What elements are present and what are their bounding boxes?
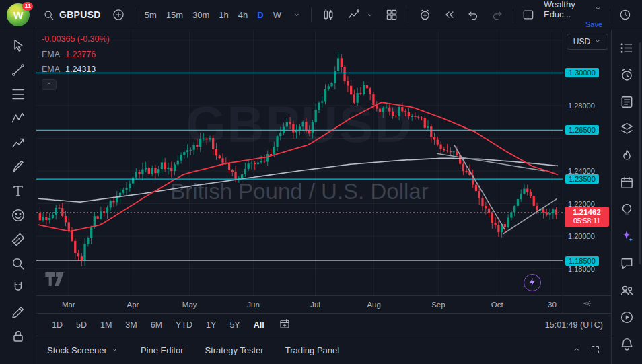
range-1d-button[interactable]: 1D — [46, 318, 69, 332]
tab-trading-panel[interactable]: Trading Panel — [285, 341, 339, 359]
time-label-Sep: Sep — [431, 301, 445, 309]
range-5d-button[interactable]: 5D — [70, 318, 93, 332]
tool-fib-retracement-button[interactable] — [5, 84, 31, 106]
sidebar-hotlists-button[interactable] — [616, 146, 638, 168]
tab-stock-screener[interactable]: Stock Screener — [47, 341, 119, 360]
ema-legend-row[interactable]: EMA 1.24313 — [42, 65, 110, 74]
sidebar-news-button[interactable] — [616, 92, 638, 114]
timeframe-D[interactable]: D — [252, 5, 268, 25]
layout-grid-button[interactable] — [380, 5, 403, 25]
sidebar-object-tree-button[interactable] — [616, 119, 638, 141]
tool-patterns-button[interactable] — [5, 108, 31, 131]
tab-pine-editor[interactable]: Pine Editor — [141, 341, 184, 359]
tradingview-logo[interactable] — [44, 272, 65, 289]
redo-button[interactable] — [486, 5, 508, 25]
currency-dropdown[interactable]: USD — [567, 34, 608, 50]
collapse-panel-button[interactable] — [567, 341, 586, 359]
sidebar-community-button[interactable] — [616, 281, 638, 302]
drawing-toolbar — [0, 30, 36, 364]
timeframe-W[interactable]: W — [269, 5, 286, 25]
tool-brush-button[interactable] — [5, 157, 31, 179]
sidebar-notifications-button[interactable] — [616, 334, 638, 356]
object-tree-icon — [619, 121, 635, 139]
price-tick-label: 1.18000 — [568, 265, 595, 273]
tool-zoom-button[interactable] — [5, 254, 31, 276]
ema-legend-row[interactable]: EMA 1.23776 — [42, 50, 110, 59]
tool-draw-button[interactable] — [5, 302, 31, 324]
timeframe-5m[interactable]: 5m — [140, 5, 162, 25]
tool-text-button[interactable] — [5, 181, 31, 203]
chart-plot[interactable]: GBPUSD British Pound / U.S. Dollar -0.00… — [36, 30, 563, 295]
range-5y-button[interactable]: 5Y — [223, 318, 246, 332]
redo-icon — [491, 9, 503, 22]
utc-clock[interactable]: 15:01:49 (UTC) — [545, 320, 603, 330]
sidebar-calendar-button[interactable] — [616, 173, 638, 194]
clock-icon — [618, 8, 632, 22]
lock-icon — [10, 328, 26, 347]
sidebar-chat-button[interactable] — [616, 254, 638, 275]
go-to-date-button[interactable] — [276, 315, 293, 334]
price-tick-label: 1.20000 — [568, 232, 595, 240]
range-1y-button[interactable]: 1Y — [200, 318, 222, 332]
price-scale[interactable]: USD 1.300001.280001.265001.240001.235001… — [563, 30, 611, 295]
scrollbar[interactable] — [639, 42, 641, 264]
maximize-panel-button[interactable] — [586, 342, 604, 359]
sidebar-streams-button[interactable] — [616, 307, 638, 329]
toolbar-divider — [135, 7, 135, 22]
candlestick-chart[interactable] — [36, 30, 563, 295]
tool-emoji-button[interactable] — [5, 205, 31, 227]
news-icon — [619, 94, 635, 112]
timeframe-menu-button[interactable] — [287, 5, 306, 25]
chart-style-button[interactable] — [316, 5, 341, 25]
chevron-down-icon — [594, 4, 602, 15]
chat-icon — [619, 256, 635, 273]
range-ytd-button[interactable]: YTD — [170, 318, 199, 332]
save-button[interactable]: Save — [585, 20, 602, 28]
current-price: 1.21462 — [565, 208, 609, 216]
tool-trend-line-button[interactable] — [5, 60, 31, 82]
right-sidebar — [611, 30, 642, 364]
add-symbol-button[interactable] — [107, 5, 130, 25]
top-toolbar: W 11 GBPUSD 5m15m30m1h4hDW Wealthy Educ.… — [0, 0, 642, 30]
community-icon — [619, 283, 635, 300]
indicator-value: 1.24313 — [65, 65, 96, 74]
layout-name-block[interactable]: Wealthy Educ... Save — [540, 0, 606, 31]
toolbar-divider — [311, 7, 312, 22]
grid-layout-icon — [385, 8, 398, 22]
range-3m-button[interactable]: 3M — [119, 318, 143, 332]
tool-forecast-button[interactable] — [5, 133, 31, 155]
alert-button[interactable] — [413, 5, 437, 25]
timeframe-15m[interactable]: 15m — [162, 5, 188, 25]
time-label-Oct: Oct — [491, 301, 503, 309]
indicators-button[interactable] — [342, 5, 379, 25]
sidebar-watchlist-button[interactable] — [616, 38, 638, 60]
sidebar-alerts-button[interactable] — [616, 65, 638, 87]
symbol-search-button[interactable]: GBPUSD — [38, 5, 106, 25]
tool-magnet-button[interactable] — [5, 278, 31, 300]
sidebar-ai-assistant-button[interactable] — [616, 227, 638, 248]
timeframe-1h[interactable]: 1h — [214, 5, 233, 25]
range-1m-button[interactable]: 1M — [94, 318, 118, 332]
range-all-button[interactable]: All — [248, 318, 271, 332]
sidebar-ideas-button[interactable] — [616, 200, 638, 221]
session-clock-button[interactable] — [614, 5, 637, 25]
replay-button[interactable] — [438, 5, 461, 25]
tab-strategy-tester[interactable]: Strategy Tester — [205, 341, 263, 359]
chart-body: GBPUSD British Pound / U.S. Dollar -0.00… — [36, 30, 611, 295]
chevron-down-icon — [365, 11, 374, 20]
scale-settings-corner[interactable] — [563, 296, 611, 313]
time-axis[interactable]: MarAprMayJunJulAugSepOct30 — [36, 295, 611, 313]
tool-cursor-button[interactable] — [5, 36, 31, 58]
range-6m-button[interactable]: 6M — [145, 318, 168, 332]
quick-action-button[interactable] — [524, 274, 541, 291]
legend-collapse-button[interactable] — [42, 79, 57, 90]
bottom-tabs: Stock ScreenerPine EditorStrategy Tester… — [36, 336, 611, 364]
timeframe-4h[interactable]: 4h — [234, 5, 252, 25]
timeframe-30m[interactable]: 30m — [188, 5, 214, 25]
undo-button[interactable] — [462, 5, 485, 25]
plus-circle-icon — [112, 8, 125, 22]
layout-rect-button[interactable] — [517, 5, 540, 25]
logo[interactable]: W 11 — [0, 0, 36, 30]
tool-measure-button[interactable] — [5, 229, 31, 252]
tool-lock-button[interactable] — [5, 326, 31, 349]
